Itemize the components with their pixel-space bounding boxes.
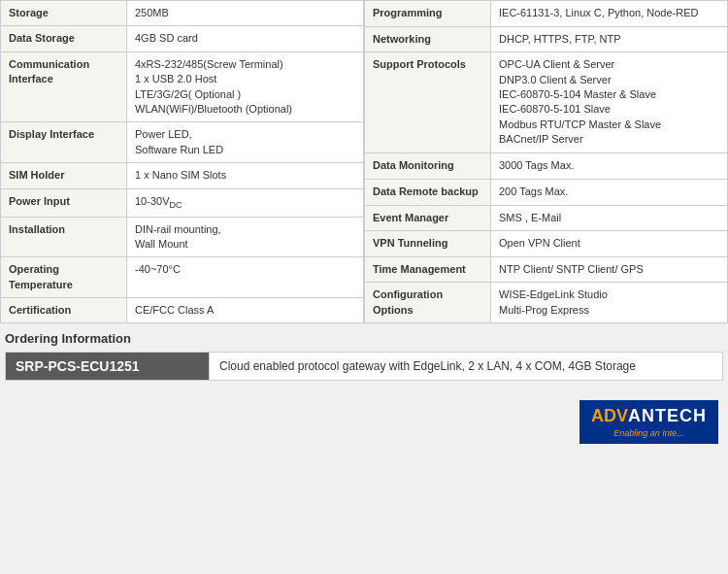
- ordering-section: Ordering Information SRP-PCS-ECU1251 Clo…: [0, 323, 728, 386]
- spec-label: VPN Tunneling: [365, 231, 491, 257]
- spec-label: Operating Temperature: [1, 257, 127, 298]
- spec-value: SMS , E-Mail: [491, 205, 728, 231]
- right-spec-row: NetworkingDHCP, HTTPS, FTP, NTP: [365, 26, 728, 52]
- spec-value: NTP Client/ SNTP Client/ GPS: [491, 256, 728, 283]
- right-spec-row: Configuration OptionsWISE-EdgeLink Studi…: [365, 283, 728, 323]
- spec-label: Data Storage: [1, 26, 127, 51]
- left-spec-table: Storage250MBData Storage4GB SD cardCommu…: [0, 0, 364, 323]
- right-spec-table: ProgrammingIEC-61131-3, Linux C, Python,…: [364, 0, 728, 323]
- right-spec-row: Data Remote backup200 Tags Max.: [365, 179, 728, 205]
- left-spec-row: Operating Temperature-40~70°C: [1, 257, 364, 298]
- logo-tagline: Enabling an Inte...: [613, 428, 684, 438]
- advantech-logo: ADV ANTECH Enabling an Inte...: [579, 400, 718, 444]
- spec-value: 10-30VDC: [127, 188, 364, 217]
- spec-label: Time Management: [365, 256, 491, 283]
- left-spec-row: Data Storage4GB SD card: [1, 26, 364, 51]
- left-spec-row: Storage250MB: [1, 1, 364, 26]
- spec-label: Networking: [365, 26, 491, 52]
- spec-value: OPC-UA Client & ServerDNP3.0 Client & Se…: [491, 52, 728, 153]
- spec-label: Support Protocols: [365, 52, 491, 153]
- left-spec-row: SIM Holder1 x Nano SIM Slots: [1, 163, 364, 188]
- right-spec-row: Data Monitoring3000 Tags Max.: [365, 153, 728, 180]
- logo-area: ADV ANTECH Enabling an Inte...: [0, 390, 728, 444]
- spec-value: Open VPN Client: [491, 231, 728, 257]
- spec-value: 4xRS-232/485(Screw Terminal)1 x USB 2.0 …: [127, 51, 364, 122]
- right-spec-row: Time ManagementNTP Client/ SNTP Client/ …: [365, 256, 728, 283]
- spec-value: DHCP, HTTPS, FTP, NTP: [491, 26, 728, 52]
- spec-label: Data Monitoring: [365, 153, 491, 180]
- ordering-title: Ordering Information: [5, 331, 723, 346]
- spec-label: Configuration Options: [365, 283, 491, 323]
- left-spec-row: Communication Interface4xRS-232/485(Scre…: [1, 51, 364, 122]
- spec-label: Installation: [1, 217, 127, 257]
- spec-label: Event Manager: [365, 205, 491, 231]
- spec-label: Programming: [365, 1, 491, 27]
- ordering-row: SRP-PCS-ECU1251 Cloud enabled protocol g…: [6, 353, 723, 381]
- spec-label: SIM Holder: [1, 163, 127, 188]
- spec-value: CE/FCC Class A: [127, 298, 364, 323]
- spec-value: WISE-EdgeLink StudioMulti-Prog Express: [491, 283, 728, 323]
- spec-tables: Storage250MBData Storage4GB SD cardCommu…: [0, 0, 728, 323]
- right-spec-row: Event ManagerSMS , E-Mail: [365, 205, 728, 231]
- right-spec-row: ProgrammingIEC-61131-3, Linux C, Python,…: [365, 1, 728, 27]
- spec-label: Data Remote backup: [365, 179, 491, 205]
- spec-label: Communication Interface: [1, 51, 127, 122]
- spec-value: -40~70°C: [127, 257, 364, 298]
- spec-value: 250MB: [127, 1, 364, 26]
- ordering-part: SRP-PCS-ECU1251: [6, 353, 210, 381]
- spec-value: 3000 Tags Max.: [491, 153, 728, 180]
- ordering-table: SRP-PCS-ECU1251 Cloud enabled protocol g…: [5, 352, 723, 381]
- spec-label: Certification: [1, 298, 127, 323]
- spec-value: Power LED,Software Run LED: [127, 122, 364, 163]
- spec-value: 1 x Nano SIM Slots: [127, 163, 364, 188]
- spec-value: 200 Tags Max.: [491, 179, 728, 205]
- right-spec-row: Support ProtocolsOPC-UA Client & ServerD…: [365, 52, 728, 153]
- left-spec-row: Display InterfacePower LED,Software Run …: [1, 122, 364, 163]
- ordering-desc: Cloud enabled protocol gateway with Edge…: [210, 353, 723, 381]
- spec-value: IEC-61131-3, Linux C, Python, Node-RED: [491, 1, 728, 27]
- spec-label: Power Input: [1, 188, 127, 217]
- left-spec-row: CertificationCE/FCC Class A: [1, 298, 364, 323]
- left-spec-row: InstallationDIN-rail mounting,Wall Mount: [1, 217, 364, 257]
- spec-value: DIN-rail mounting,Wall Mount: [127, 217, 364, 257]
- spec-label: Display Interface: [1, 122, 127, 163]
- spec-label: Storage: [1, 1, 127, 26]
- logo-adv: ADV: [591, 406, 628, 426]
- spec-value: 4GB SD card: [127, 26, 364, 51]
- right-spec-row: VPN TunnelingOpen VPN Client: [365, 231, 728, 257]
- left-spec-row: Power Input10-30VDC: [1, 188, 364, 217]
- logo-antech: ANTECH: [628, 406, 707, 426]
